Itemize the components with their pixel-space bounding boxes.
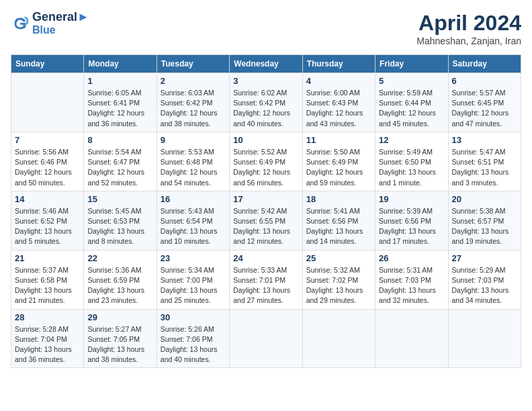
day-cell: 17Sunrise: 5:42 AMSunset: 6:55 PMDayligh… bbox=[230, 191, 302, 250]
day-info: Sunrise: 5:49 AMSunset: 6:50 PMDaylight:… bbox=[379, 147, 444, 188]
day-cell: 2Sunrise: 6:03 AMSunset: 6:42 PMDaylight… bbox=[157, 73, 229, 132]
day-info: Sunrise: 5:29 AMSunset: 7:03 PMDaylight:… bbox=[452, 265, 517, 306]
day-cell: 13Sunrise: 5:47 AMSunset: 6:51 PMDayligh… bbox=[448, 132, 521, 191]
day-cell: 1Sunrise: 6:05 AMSunset: 6:41 PMDaylight… bbox=[84, 73, 157, 132]
day-number: 17 bbox=[233, 194, 298, 204]
day-info: Sunrise: 5:28 AMSunset: 7:04 PMDaylight:… bbox=[15, 324, 80, 365]
day-info: Sunrise: 5:47 AMSunset: 6:51 PMDaylight:… bbox=[452, 147, 517, 188]
day-cell bbox=[230, 309, 302, 368]
day-cell: 14Sunrise: 5:46 AMSunset: 6:52 PMDayligh… bbox=[11, 191, 84, 250]
day-number: 20 bbox=[452, 194, 517, 204]
day-cell: 12Sunrise: 5:49 AMSunset: 6:50 PMDayligh… bbox=[375, 132, 448, 191]
day-number: 9 bbox=[161, 135, 226, 145]
day-cell: 5Sunrise: 5:59 AMSunset: 6:44 PMDaylight… bbox=[375, 73, 448, 132]
day-cell: 23Sunrise: 5:34 AMSunset: 7:00 PMDayligh… bbox=[157, 250, 229, 309]
day-cell: 30Sunrise: 5:26 AMSunset: 7:06 PMDayligh… bbox=[157, 309, 229, 368]
day-info: Sunrise: 5:50 AMSunset: 6:49 PMDaylight:… bbox=[306, 147, 371, 188]
day-number: 26 bbox=[379, 253, 444, 263]
day-info: Sunrise: 5:56 AMSunset: 6:46 PMDaylight:… bbox=[15, 147, 80, 188]
day-number: 1 bbox=[87, 76, 152, 86]
day-number: 29 bbox=[87, 312, 152, 322]
title-block: April 2024 Mahneshan, Zanjan, Iran bbox=[416, 11, 521, 46]
day-info: Sunrise: 5:33 AMSunset: 7:01 PMDaylight:… bbox=[233, 265, 298, 306]
week-row-1: 1Sunrise: 6:05 AMSunset: 6:41 PMDaylight… bbox=[11, 73, 521, 132]
day-info: Sunrise: 5:57 AMSunset: 6:45 PMDaylight:… bbox=[452, 88, 517, 129]
day-number: 23 bbox=[161, 253, 226, 263]
day-info: Sunrise: 5:37 AMSunset: 6:58 PMDaylight:… bbox=[15, 265, 80, 306]
week-row-4: 21Sunrise: 5:37 AMSunset: 6:58 PMDayligh… bbox=[11, 250, 521, 309]
day-number: 8 bbox=[87, 135, 152, 145]
logo: General► Blue bbox=[11, 11, 89, 36]
day-number: 28 bbox=[15, 312, 80, 322]
day-number: 7 bbox=[15, 135, 80, 145]
header-cell-saturday: Saturday bbox=[448, 55, 521, 73]
header-cell-tuesday: Tuesday bbox=[157, 55, 229, 73]
day-cell: 11Sunrise: 5:50 AMSunset: 6:49 PMDayligh… bbox=[302, 132, 375, 191]
day-cell: 21Sunrise: 5:37 AMSunset: 6:58 PMDayligh… bbox=[11, 250, 84, 309]
day-cell bbox=[375, 309, 448, 368]
header-cell-thursday: Thursday bbox=[302, 55, 375, 73]
day-cell bbox=[448, 309, 521, 368]
day-number: 18 bbox=[306, 194, 371, 204]
day-info: Sunrise: 5:27 AMSunset: 7:05 PMDaylight:… bbox=[87, 324, 152, 365]
day-info: Sunrise: 5:39 AMSunset: 6:56 PMDaylight:… bbox=[379, 206, 444, 247]
header-cell-monday: Monday bbox=[84, 55, 157, 73]
day-number: 30 bbox=[161, 312, 226, 322]
day-info: Sunrise: 5:43 AMSunset: 6:54 PMDaylight:… bbox=[161, 206, 226, 247]
day-cell: 20Sunrise: 5:38 AMSunset: 6:57 PMDayligh… bbox=[448, 191, 521, 250]
day-number: 2 bbox=[161, 76, 226, 86]
header-cell-wednesday: Wednesday bbox=[230, 55, 302, 73]
day-info: Sunrise: 5:45 AMSunset: 6:53 PMDaylight:… bbox=[87, 206, 152, 247]
day-number: 22 bbox=[87, 253, 152, 263]
day-cell: 6Sunrise: 5:57 AMSunset: 6:45 PMDaylight… bbox=[448, 73, 521, 132]
day-cell: 16Sunrise: 5:43 AMSunset: 6:54 PMDayligh… bbox=[157, 191, 229, 250]
day-cell: 19Sunrise: 5:39 AMSunset: 6:56 PMDayligh… bbox=[375, 191, 448, 250]
day-cell: 8Sunrise: 5:54 AMSunset: 6:47 PMDaylight… bbox=[84, 132, 157, 191]
location: Mahneshan, Zanjan, Iran bbox=[416, 36, 521, 46]
day-cell: 22Sunrise: 5:36 AMSunset: 6:59 PMDayligh… bbox=[84, 250, 157, 309]
day-cell: 25Sunrise: 5:32 AMSunset: 7:02 PMDayligh… bbox=[302, 250, 375, 309]
header-cell-sunday: Sunday bbox=[11, 55, 84, 73]
day-info: Sunrise: 6:05 AMSunset: 6:41 PMDaylight:… bbox=[87, 88, 152, 129]
day-number: 14 bbox=[15, 194, 80, 204]
day-number: 19 bbox=[379, 194, 444, 204]
week-row-3: 14Sunrise: 5:46 AMSunset: 6:52 PMDayligh… bbox=[11, 191, 521, 250]
day-info: Sunrise: 5:26 AMSunset: 7:06 PMDaylight:… bbox=[161, 324, 226, 365]
page-header: General► Blue April 2024 Mahneshan, Zanj… bbox=[11, 11, 521, 46]
logo-icon bbox=[11, 14, 30, 33]
day-number: 24 bbox=[233, 253, 298, 263]
day-info: Sunrise: 5:53 AMSunset: 6:48 PMDaylight:… bbox=[161, 147, 226, 188]
day-number: 11 bbox=[306, 135, 371, 145]
day-info: Sunrise: 5:38 AMSunset: 6:57 PMDaylight:… bbox=[452, 206, 517, 247]
day-cell: 26Sunrise: 5:31 AMSunset: 7:03 PMDayligh… bbox=[375, 250, 448, 309]
day-info: Sunrise: 5:46 AMSunset: 6:52 PMDaylight:… bbox=[15, 206, 80, 247]
day-number: 16 bbox=[161, 194, 226, 204]
day-info: Sunrise: 5:32 AMSunset: 7:02 PMDaylight:… bbox=[306, 265, 371, 306]
day-info: Sunrise: 5:52 AMSunset: 6:49 PMDaylight:… bbox=[233, 147, 298, 188]
day-info: Sunrise: 5:41 AMSunset: 6:56 PMDaylight:… bbox=[306, 206, 371, 247]
day-number: 4 bbox=[306, 76, 371, 86]
day-info: Sunrise: 5:34 AMSunset: 7:00 PMDaylight:… bbox=[161, 265, 226, 306]
day-info: Sunrise: 5:31 AMSunset: 7:03 PMDaylight:… bbox=[379, 265, 444, 306]
day-number: 13 bbox=[452, 135, 517, 145]
day-number: 25 bbox=[306, 253, 371, 263]
day-cell: 4Sunrise: 6:00 AMSunset: 6:43 PMDaylight… bbox=[302, 73, 375, 132]
day-info: Sunrise: 5:59 AMSunset: 6:44 PMDaylight:… bbox=[379, 88, 444, 129]
month-title: April 2024 bbox=[416, 11, 521, 36]
day-cell bbox=[302, 309, 375, 368]
calendar-table: SundayMondayTuesdayWednesdayThursdayFrid… bbox=[11, 54, 521, 368]
day-info: Sunrise: 6:00 AMSunset: 6:43 PMDaylight:… bbox=[306, 88, 371, 129]
day-info: Sunrise: 5:42 AMSunset: 6:55 PMDaylight:… bbox=[233, 206, 298, 247]
day-cell: 7Sunrise: 5:56 AMSunset: 6:46 PMDaylight… bbox=[11, 132, 84, 191]
day-number: 5 bbox=[379, 76, 444, 86]
day-cell: 18Sunrise: 5:41 AMSunset: 6:56 PMDayligh… bbox=[302, 191, 375, 250]
day-number: 3 bbox=[233, 76, 298, 86]
day-number: 12 bbox=[379, 135, 444, 145]
logo-name: General► bbox=[32, 11, 89, 24]
day-info: Sunrise: 5:54 AMSunset: 6:47 PMDaylight:… bbox=[87, 147, 152, 188]
day-number: 27 bbox=[452, 253, 517, 263]
day-cell: 27Sunrise: 5:29 AMSunset: 7:03 PMDayligh… bbox=[448, 250, 521, 309]
day-number: 10 bbox=[233, 135, 298, 145]
day-cell: 15Sunrise: 5:45 AMSunset: 6:53 PMDayligh… bbox=[84, 191, 157, 250]
logo-subname: Blue bbox=[32, 24, 89, 36]
